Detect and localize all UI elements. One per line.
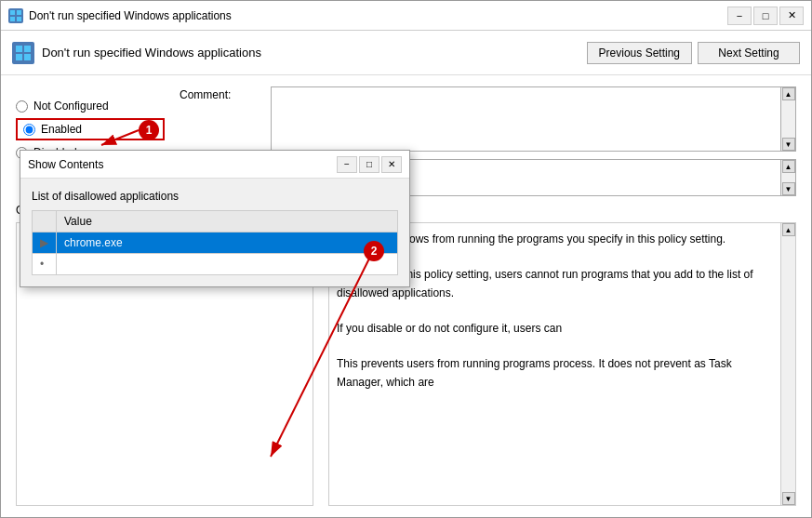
row-arrow-empty: •: [33, 254, 57, 275]
supported-scroll-up[interactable]: ▲: [782, 160, 795, 173]
dialog-body: List of disallowed applications Value ▶ …: [20, 179, 409, 286]
title-bar-left: Don't run specified Windows applications: [8, 8, 232, 23]
help-content-3: If you disable or do not configure it, u…: [337, 322, 562, 335]
comment-group: Comment: ▲ ▼: [180, 86, 796, 152]
not-configured-radio[interactable]: [16, 100, 28, 113]
supported-scroll-down[interactable]: ▼: [782, 182, 795, 195]
title-bar-controls: − □ ✕: [727, 7, 804, 25]
row-value-chrome[interactable]: chrome.exe: [57, 232, 398, 254]
prev-setting-button[interactable]: Previous Setting: [587, 42, 692, 64]
svg-rect-4: [16, 46, 22, 52]
comment-wrapper: ▲ ▼: [271, 86, 796, 152]
comment-textarea[interactable]: [271, 86, 781, 152]
main-content: Not Configured Enabled Disabled Comment:: [1, 75, 811, 517]
row-value-empty[interactable]: [57, 254, 398, 275]
comment-scroll-up[interactable]: ▲: [782, 87, 795, 100]
svg-rect-3: [17, 17, 21, 21]
comment-label: Comment:: [180, 86, 263, 101]
svg-rect-2: [10, 17, 15, 21]
header-title: Don't run specified Windows applications: [42, 46, 261, 60]
minimize-button[interactable]: −: [727, 7, 752, 25]
help-scroll-down[interactable]: ▼: [782, 492, 795, 505]
header-buttons: Previous Setting Next Setting: [587, 42, 800, 64]
svg-rect-0: [10, 10, 15, 15]
table-row[interactable]: ▶ chrome.exe: [33, 232, 398, 254]
help-content-4: This prevents users from running program…: [337, 357, 732, 388]
dialog-title-bar: Show Contents − □ ✕: [20, 151, 409, 179]
dialog-table: Value ▶ chrome.exe •: [32, 210, 398, 275]
not-configured-label: Not Configured: [33, 100, 109, 113]
next-setting-button[interactable]: Next Setting: [698, 42, 800, 64]
show-contents-dialog: Show Contents − □ ✕ List of disallowed a…: [20, 150, 410, 287]
dialog-close-button[interactable]: ✕: [381, 156, 402, 173]
dialog-table-arrow-header: [33, 211, 57, 232]
close-button[interactable]: ✕: [779, 7, 804, 25]
header-icon: [12, 42, 34, 64]
dialog-subtitle: List of disallowed applications: [32, 190, 398, 203]
svg-rect-6: [16, 54, 22, 60]
svg-rect-1: [17, 10, 21, 15]
enabled-label: Enabled: [41, 123, 82, 136]
enabled-box: Enabled: [16, 118, 165, 140]
dialog-title: Show Contents: [28, 158, 103, 171]
dialog-minimize-button[interactable]: −: [337, 156, 357, 173]
row-arrow: ▶: [33, 232, 57, 254]
main-window: Don't run specified Windows applications…: [0, 0, 812, 518]
not-configured-option[interactable]: Not Configured: [16, 100, 165, 113]
header-bar: Don't run specified Windows applications…: [1, 31, 811, 75]
maximize-button[interactable]: □: [753, 7, 778, 25]
window-title: Don't run specified Windows applications: [29, 9, 232, 22]
header-left: Don't run specified Windows applications: [12, 42, 261, 64]
comment-scroll-down[interactable]: ▼: [782, 138, 795, 151]
table-row[interactable]: •: [33, 254, 398, 275]
help-scrollbar: ▲ ▼: [780, 223, 795, 505]
dialog-maximize-button[interactable]: □: [359, 156, 379, 173]
svg-rect-5: [24, 46, 31, 52]
svg-rect-7: [24, 54, 31, 60]
window-icon: [8, 8, 23, 23]
help-scroll-up[interactable]: ▲: [782, 223, 795, 236]
dialog-controls: − □ ✕: [337, 156, 402, 173]
enabled-radio[interactable]: [23, 124, 35, 136]
supported-scrollbar: ▲ ▼: [781, 159, 796, 196]
dialog-table-value-header: Value: [57, 211, 398, 232]
comment-scrollbar: ▲ ▼: [781, 86, 796, 152]
title-bar: Don't run specified Windows applications…: [1, 1, 811, 31]
